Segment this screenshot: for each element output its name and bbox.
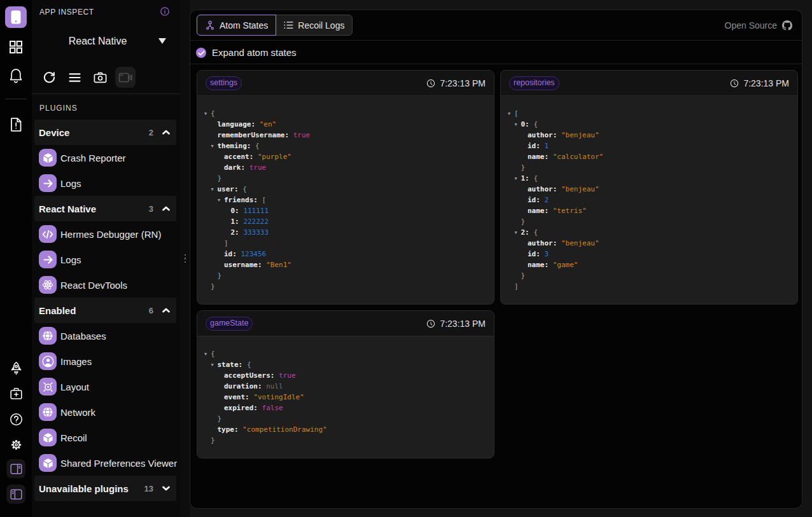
plugin-group-header[interactable]: Enabled6 [34, 298, 176, 323]
json-line[interactable]: ▼2: { [508, 227, 788, 238]
json-line[interactable]: } [508, 162, 788, 173]
plugins-section-label: PLUGINS [39, 104, 78, 113]
plugin-group-header[interactable]: React Native3 [34, 196, 176, 221]
sidebar-item-logs[interactable]: Logs [32, 247, 180, 272]
json-line[interactable]: ▼0: { [508, 119, 788, 130]
sidebar-item-shared-preferences-viewer[interactable]: Shared Preferences Viewer [32, 450, 180, 476]
plugin-group-header[interactable]: Unavailable plugins13 [34, 476, 176, 501]
json-tree: ▼{language: "en"rememberUsername: true▼t… [197, 96, 494, 304]
json-line[interactable]: expired: false [204, 403, 485, 413]
sidebar-item-layout[interactable]: Layout [32, 374, 180, 399]
json-line[interactable]: 2: 333333 [204, 227, 485, 238]
app-phone-icon[interactable] [5, 6, 27, 28]
json-line[interactable]: username: "Ben1" [204, 259, 485, 270]
expand-atom-states-checkbox[interactable] [196, 48, 206, 58]
globe-icon [39, 327, 57, 345]
json-line[interactable]: ] [508, 281, 788, 292]
json-line[interactable]: ▼{ [204, 348, 485, 359]
file-exclamation-icon[interactable] [6, 115, 25, 134]
json-tree: ▼{▼state: {acceptUsers: trueduration: nu… [197, 336, 494, 458]
doctor-bag-icon[interactable] [6, 384, 25, 403]
json-line[interactable]: id: 1 [508, 141, 788, 151]
json-line[interactable]: } [508, 270, 788, 281]
sidebar-item-images[interactable]: Images [32, 348, 180, 374]
plugin-group-header[interactable]: Device2 [34, 120, 176, 145]
json-line[interactable]: 1: 222222 [204, 216, 485, 227]
json-line[interactable]: name: "calculator" [508, 151, 788, 162]
json-line[interactable]: event: "votingIdle" [204, 392, 485, 403]
json-line[interactable]: ▼state: { [204, 359, 485, 370]
json-line[interactable]: id: 2 [508, 195, 788, 205]
json-line[interactable]: dark: true [204, 162, 485, 173]
json-line[interactable]: rememberUsername: true [204, 130, 485, 141]
camera-icon[interactable] [90, 67, 110, 88]
bell-icon[interactable] [6, 66, 25, 85]
sidebar-app-section: APP INSPECT React Native [32, 0, 180, 94]
expand-triangle-icon[interactable]: ▼ [211, 360, 218, 371]
sidebar-item-databases[interactable]: Databases [32, 323, 180, 348]
json-line[interactable]: ▼friends: [ [204, 195, 485, 205]
refresh-icon[interactable] [39, 67, 59, 88]
sidebar-item-crash-reporter[interactable]: Crash Reporter [32, 145, 180, 170]
question-circle-icon[interactable] [6, 410, 25, 429]
json-line[interactable]: ] [204, 238, 485, 249]
json-line[interactable]: name: "game" [508, 259, 788, 270]
expand-triangle-icon[interactable]: ▼ [204, 349, 211, 360]
json-line[interactable]: duration: null [204, 381, 485, 392]
json-line[interactable]: ▼[ [508, 108, 788, 119]
expand-triangle-icon[interactable]: ▼ [218, 195, 224, 206]
sidebar-resize-handle[interactable] [180, 0, 190, 517]
tab-recoil-logs[interactable]: Recoil Logs [276, 15, 353, 36]
json-line[interactable]: } [204, 281, 485, 292]
left-icon-rail [0, 0, 32, 517]
expand-triangle-icon[interactable]: ▼ [204, 109, 211, 120]
sidebar-item-react-devtools[interactable]: React DevTools [32, 272, 180, 298]
json-line[interactable]: 0: 111111 [204, 205, 485, 216]
panel-left-icon[interactable] [6, 485, 25, 504]
tab-atom-states[interactable]: Atom States [197, 15, 276, 36]
json-line[interactable]: author: "benjeau" [508, 130, 788, 141]
menu-icon[interactable] [64, 67, 85, 88]
expand-triangle-icon[interactable]: ▼ [515, 228, 521, 238]
json-tree: ▼[▼0: {author: "benjeau"id: 1name: "calc… [501, 96, 797, 304]
json-line[interactable]: } [508, 216, 788, 227]
clock-icon [426, 319, 435, 328]
json-line[interactable]: id: 3 [508, 249, 788, 259]
json-line[interactable]: ▼user: { [204, 184, 485, 195]
json-line[interactable]: accent: "purple" [204, 151, 485, 162]
info-circle-icon[interactable] [160, 7, 169, 16]
expand-triangle-icon[interactable]: ▼ [515, 120, 521, 130]
sidebar-item-hermes-debugger-rn-[interactable]: Hermes Debugger (RN) [32, 221, 180, 247]
json-line[interactable]: author: "benjeau" [508, 184, 788, 195]
json-line[interactable]: } [204, 413, 485, 424]
sidebar-item-logs[interactable]: Logs [32, 170, 180, 196]
json-line[interactable]: } [204, 435, 485, 446]
gear-icon[interactable] [6, 435, 25, 454]
json-line[interactable]: id: 123456 [204, 249, 485, 259]
rocket-icon[interactable] [6, 359, 25, 378]
expand-triangle-icon[interactable]: ▼ [211, 184, 218, 195]
open-source-link[interactable]: Open Source [725, 10, 793, 41]
video-camera-icon[interactable] [115, 67, 136, 88]
json-line[interactable]: type: "competitionDrawing" [204, 424, 485, 435]
expand-triangle-icon[interactable]: ▼ [508, 109, 514, 120]
json-line[interactable]: } [204, 270, 485, 281]
json-line[interactable]: author: "benjeau" [508, 238, 788, 249]
json-line[interactable]: ▼theming: { [204, 141, 485, 151]
drag-dot [185, 258, 186, 259]
json-line[interactable]: ▼{ [204, 108, 485, 119]
clock-icon [426, 79, 435, 88]
json-line[interactable]: language: "en" [204, 119, 485, 130]
caret-down-icon[interactable] [158, 38, 166, 44]
json-line[interactable]: ▼1: { [508, 173, 788, 184]
json-line[interactable]: name: "tetris" [508, 205, 788, 216]
expand-triangle-icon[interactable]: ▼ [515, 174, 521, 184]
apps-grid-icon[interactable] [6, 38, 25, 57]
panel-right-icon[interactable] [6, 459, 25, 478]
sidebar-item-recoil[interactable]: Recoil [32, 425, 180, 450]
json-line[interactable]: acceptUsers: true [204, 370, 485, 381]
expand-triangle-icon[interactable]: ▼ [211, 141, 218, 152]
app-selector[interactable]: React Native [32, 36, 164, 47]
json-line[interactable]: } [204, 173, 485, 184]
sidebar-item-network[interactable]: Network [32, 399, 180, 425]
